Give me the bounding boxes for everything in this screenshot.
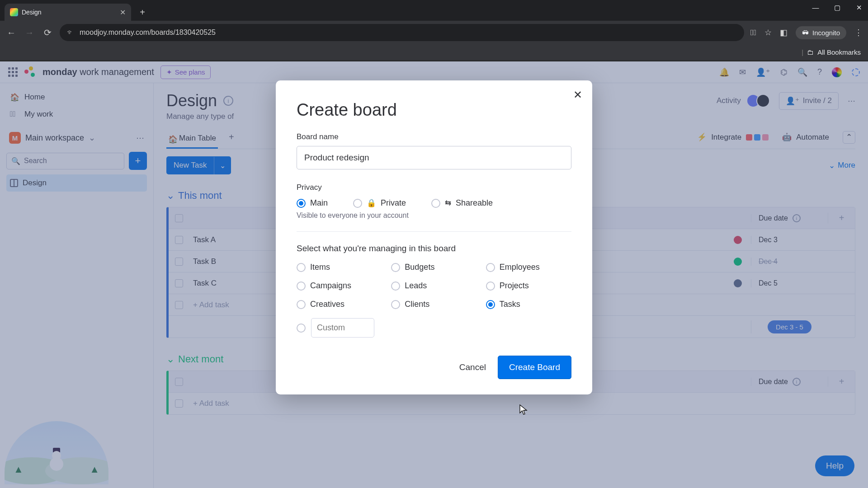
radio-icon bbox=[297, 300, 306, 309]
browser-menu-icon[interactable]: ⋮ bbox=[854, 28, 863, 38]
lock-icon: 🔒 bbox=[367, 198, 376, 208]
privacy-main-label: Main bbox=[310, 198, 328, 208]
managing-custom-input[interactable] bbox=[311, 318, 374, 338]
managing-budgets-option[interactable]: Budgets bbox=[391, 263, 476, 272]
tab-title: Design bbox=[22, 9, 42, 16]
share-icon: ⇆ bbox=[445, 198, 451, 208]
bookmark-star-icon[interactable]: ☆ bbox=[764, 28, 772, 38]
bookmarks-bar: | 🗀 All Bookmarks bbox=[0, 44, 868, 61]
new-tab-button[interactable]: + bbox=[136, 5, 149, 19]
cancel-button[interactable]: Cancel bbox=[459, 362, 486, 372]
browser-tab-strip: Design ✕ + ― ▢ ✕ bbox=[0, 0, 868, 21]
radio-icon bbox=[486, 300, 495, 309]
opt-label: Employees bbox=[500, 263, 540, 272]
radio-icon bbox=[297, 324, 306, 333]
modal-close-icon[interactable]: ✕ bbox=[573, 89, 582, 101]
site-info-icon[interactable]: ᯤ bbox=[67, 28, 74, 37]
opt-label: Budgets bbox=[405, 263, 434, 272]
sidepanel-icon[interactable]: ◧ bbox=[780, 28, 788, 38]
board-name-input[interactable] bbox=[297, 146, 571, 169]
managing-title: Select what you're managing in this boar… bbox=[297, 244, 571, 253]
radio-icon bbox=[297, 263, 306, 272]
privacy-main-option[interactable]: Main bbox=[297, 198, 328, 208]
window-maximize-icon[interactable]: ▢ bbox=[832, 4, 843, 12]
managing-tasks-option[interactable]: Tasks bbox=[486, 300, 571, 309]
modal-title: Create board bbox=[297, 100, 571, 120]
url-bar[interactable]: ᯤ moodjoy.monday.com/boards/1830420525 bbox=[60, 24, 744, 41]
incognito-icon: 🕶 bbox=[802, 29, 809, 37]
tab-favicon bbox=[10, 8, 18, 16]
window-close-icon[interactable]: ✕ bbox=[854, 4, 864, 12]
opt-label: Leads bbox=[405, 281, 427, 291]
radio-icon bbox=[431, 199, 440, 208]
url-text: moodjoy.monday.com/boards/1830420525 bbox=[80, 28, 216, 37]
nav-back-icon[interactable]: ← bbox=[5, 28, 17, 38]
radio-icon bbox=[486, 282, 495, 291]
radio-icon bbox=[297, 199, 306, 208]
create-board-modal: ✕ Create board Board name Privacy Main 🔒… bbox=[276, 80, 592, 394]
opt-label: Clients bbox=[405, 300, 429, 309]
privacy-shareable-option[interactable]: ⇆ Shareable bbox=[431, 198, 493, 208]
opt-label: Creatives bbox=[310, 300, 344, 309]
managing-creatives-option[interactable]: Creatives bbox=[297, 300, 382, 309]
opt-label: Projects bbox=[500, 281, 529, 291]
browser-toolbar: ← → ⟳ ᯤ moodjoy.monday.com/boards/183042… bbox=[0, 21, 868, 44]
divider bbox=[297, 231, 571, 232]
privacy-private-option[interactable]: 🔒 Private bbox=[353, 198, 406, 208]
privacy-hint: Visible to everyone in your account bbox=[297, 211, 571, 220]
incognito-label: Incognito bbox=[812, 29, 840, 37]
managing-custom-option[interactable] bbox=[297, 324, 306, 333]
tab-close-icon[interactable]: ✕ bbox=[120, 8, 126, 17]
radio-icon bbox=[391, 263, 400, 272]
opt-label: Tasks bbox=[500, 300, 520, 309]
radio-icon bbox=[391, 300, 400, 309]
folder-icon: 🗀 bbox=[807, 48, 814, 56]
managing-leads-option[interactable]: Leads bbox=[391, 281, 476, 291]
privacy-private-label: Private bbox=[381, 198, 406, 208]
privacy-shareable-label: Shareable bbox=[456, 198, 493, 208]
opt-label: Items bbox=[310, 263, 330, 272]
managing-clients-option[interactable]: Clients bbox=[391, 300, 476, 309]
tracking-icon[interactable]: 👁̸ bbox=[750, 28, 756, 38]
managing-projects-option[interactable]: Projects bbox=[486, 281, 571, 291]
privacy-label: Privacy bbox=[297, 183, 571, 192]
create-board-button[interactable]: Create Board bbox=[498, 356, 571, 379]
window-minimize-icon[interactable]: ― bbox=[810, 4, 821, 12]
board-name-label: Board name bbox=[297, 132, 571, 141]
nav-forward-icon: → bbox=[24, 28, 35, 38]
opt-label: Campaigns bbox=[310, 281, 351, 291]
all-bookmarks-button[interactable]: All Bookmarks bbox=[817, 48, 861, 56]
nav-reload-icon[interactable]: ⟳ bbox=[42, 27, 53, 38]
radio-icon bbox=[297, 282, 306, 291]
incognito-chip[interactable]: 🕶 Incognito bbox=[796, 26, 846, 39]
managing-employees-option[interactable]: Employees bbox=[486, 263, 571, 272]
managing-campaigns-option[interactable]: Campaigns bbox=[297, 281, 382, 291]
radio-icon bbox=[391, 282, 400, 291]
radio-icon bbox=[353, 199, 362, 208]
radio-icon bbox=[486, 263, 495, 272]
managing-items-option[interactable]: Items bbox=[297, 263, 382, 272]
browser-tab[interactable]: Design ✕ bbox=[5, 4, 131, 21]
